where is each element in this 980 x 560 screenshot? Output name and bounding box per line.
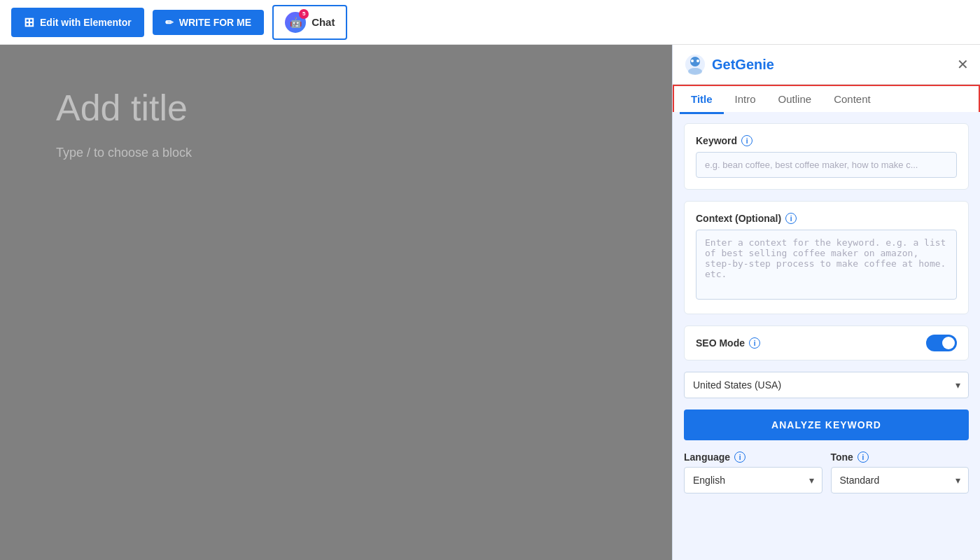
tone-block: Tone i Standard Formal Casual Friendly P… — [831, 451, 969, 493]
tone-select[interactable]: Standard Formal Casual Friendly Professi… — [831, 467, 969, 493]
tab-intro[interactable]: Intro — [724, 86, 767, 114]
keyword-section: Keyword i — [684, 123, 969, 190]
tone-info-icon[interactable]: i — [858, 451, 869, 463]
elementor-icon: ⊞ — [24, 15, 34, 30]
svg-point-2 — [688, 68, 702, 75]
chat-avatar: 🤖 5 — [285, 12, 306, 33]
analyze-keyword-button[interactable]: ANALYZE KEYWORD — [684, 410, 969, 440]
country-select[interactable]: United States (USA) United Kingdom (UK) … — [684, 372, 969, 398]
tone-select-wrapper: Standard Formal Casual Friendly Professi… — [831, 467, 969, 493]
svg-point-4 — [696, 59, 699, 62]
close-button[interactable]: ✕ — [957, 56, 969, 73]
getgenie-logo-icon — [684, 53, 706, 76]
seo-mode-label: SEO Mode i — [696, 337, 760, 349]
tab-outline[interactable]: Outline — [767, 86, 823, 114]
getgenie-title: GetGenie — [712, 57, 774, 73]
seo-mode-row: SEO Mode i — [684, 326, 969, 360]
context-input[interactable] — [696, 230, 957, 300]
chat-label: Chat — [312, 16, 335, 28]
context-label: Context (Optional) i — [696, 213, 957, 224]
chat-badge: 5 — [299, 9, 309, 19]
sidebar: GetGenie ✕ Title Intro Outline Content K… — [672, 45, 980, 560]
language-select-wrapper: English Spanish French German ▾ — [684, 467, 822, 493]
main-area: Add title Type / to choose a block GetGe… — [0, 45, 980, 560]
edit-with-elementor-button[interactable]: ⊞ Edit with Elementor — [11, 8, 144, 37]
edit-with-elementor-label: Edit with Elementor — [40, 17, 132, 28]
tone-label: Tone i — [831, 451, 969, 463]
sidebar-body: Keyword i Context (Optional) i SEO Mode … — [673, 112, 980, 505]
write-for-me-label: WRITE FOR ME — [179, 17, 251, 28]
sidebar-footer — [673, 505, 980, 533]
sidebar-header: GetGenie ✕ — [673, 45, 980, 85]
context-info-icon[interactable]: i — [785, 213, 797, 224]
svg-point-3 — [691, 59, 694, 62]
tab-content[interactable]: Content — [822, 86, 882, 114]
tab-title[interactable]: Title — [680, 86, 724, 114]
country-select-wrapper: United States (USA) United Kingdom (UK) … — [684, 372, 969, 398]
tabs-container: Title Intro Outline Content — [674, 86, 979, 112]
language-block: Language i English Spanish French German… — [684, 451, 822, 493]
language-select[interactable]: English Spanish French German — [684, 467, 822, 493]
getgenie-logo: GetGenie — [684, 53, 774, 76]
keyword-input[interactable] — [696, 152, 957, 178]
editor-title-placeholder[interactable]: Add title — [56, 87, 616, 129]
seo-mode-info-icon[interactable]: i — [749, 337, 760, 349]
context-section: Context (Optional) i — [684, 201, 969, 314]
seo-mode-toggle[interactable] — [926, 335, 957, 351]
write-icon: ✏ — [165, 17, 174, 28]
chat-button[interactable]: 🤖 5 Chat — [272, 5, 347, 40]
language-tone-row: Language i English Spanish French German… — [684, 451, 969, 493]
keyword-info-icon[interactable]: i — [741, 135, 752, 146]
toolbar: ⊞ Edit with Elementor ✏ WRITE FOR ME 🤖 5… — [0, 0, 980, 45]
write-for-me-button[interactable]: ✏ WRITE FOR ME — [153, 10, 264, 35]
editor-block-placeholder[interactable]: Type / to choose a block — [56, 146, 616, 160]
language-info-icon[interactable]: i — [734, 451, 746, 463]
language-label: Language i — [684, 451, 822, 463]
editor-canvas: Add title Type / to choose a block — [0, 45, 672, 560]
keyword-label: Keyword i — [696, 135, 957, 146]
